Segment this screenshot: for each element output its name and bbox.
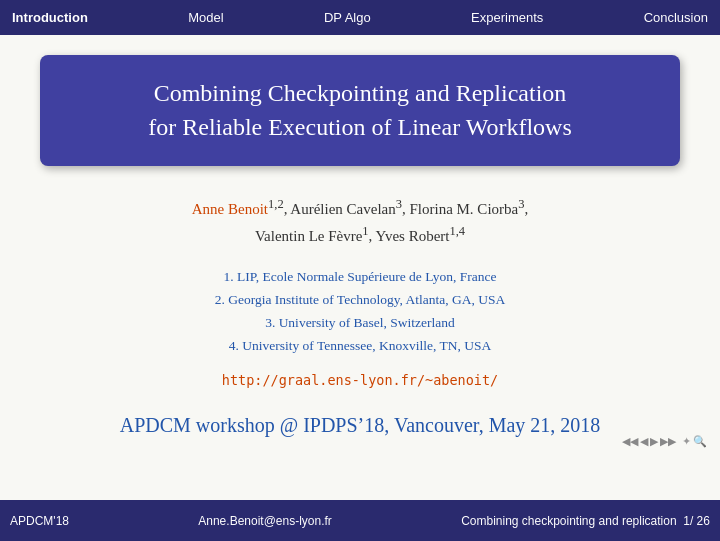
title-line2: for Reliable Execution of Linear Workflo… — [148, 114, 572, 140]
authors-section: Anne Benoit1,2, Aurélien Cavelan3, Flori… — [192, 194, 528, 248]
affil-1: 1. LIP, Ecole Normale Supérieure de Lyon… — [215, 266, 506, 289]
top-nav-bar: Introduction Model DP Algo Experiments C… — [0, 0, 720, 35]
slide-number: 1/ 26 — [683, 514, 710, 528]
presentation-title: Combining Checkpointing and Replication … — [70, 77, 650, 144]
workshop-info: APDCM workshop @ IPDPS’18, Vancouver, Ma… — [120, 414, 601, 437]
bottom-bar: APDCM'18 Anne.Benoit@ens-lyon.fr Combini… — [0, 500, 720, 541]
nav-icon-left-left[interactable]: ◀◀ — [622, 435, 638, 448]
nav-icon-right[interactable]: ▶ — [650, 435, 658, 448]
nav-item-introduction[interactable]: Introduction — [12, 10, 88, 25]
nav-item-model[interactable]: Model — [188, 10, 223, 25]
affil-2: 2. Georgia Institute of Technology, Atla… — [215, 289, 506, 312]
ciorba-affil: 3 — [518, 197, 524, 211]
title-line1: Combining Checkpointing and Replication — [154, 80, 567, 106]
author-line1: Anne Benoit1,2, Aurélien Cavelan3, Flori… — [192, 194, 528, 221]
website-url[interactable]: http://graal.ens-lyon.fr/~abenoit/ — [222, 372, 498, 388]
nav-item-conclusion[interactable]: Conclusion — [644, 10, 708, 25]
bottom-center-label: Anne.Benoit@ens-lyon.fr — [198, 514, 332, 528]
robert-affil: 1,4 — [449, 224, 465, 238]
affil-3: 3. University of Basel, Switzerland — [215, 312, 506, 335]
bottom-left-label: APDCM'18 — [10, 514, 69, 528]
title-box: Combining Checkpointing and Replication … — [40, 55, 680, 166]
affil-4: 4. University of Tennessee, Knoxville, T… — [215, 335, 506, 358]
lefevre-affil: 1 — [362, 224, 368, 238]
nav-icon-search[interactable]: 🔍 — [693, 435, 707, 448]
nav-item-dp-algo[interactable]: DP Algo — [324, 10, 371, 25]
affiliations-section: 1. LIP, Ecole Normale Supérieure de Lyon… — [215, 266, 506, 358]
nav-icon-right-right[interactable]: ▶▶ — [660, 435, 676, 448]
nav-icon-star[interactable]: ✦ — [682, 435, 691, 448]
author-line2: Valentin Le Fèvre1, Yves Robert1,4 — [192, 221, 528, 248]
bottom-right-title: Combining checkpointing and replication — [461, 514, 676, 528]
first-author-affil: 1,2 — [268, 197, 284, 211]
nav-item-experiments[interactable]: Experiments — [471, 10, 543, 25]
main-content: Combining Checkpointing and Replication … — [0, 35, 720, 500]
first-author: Anne Benoit — [192, 201, 268, 217]
bottom-right-info: Combining checkpointing and replication … — [461, 514, 710, 528]
nav-icon-left[interactable]: ◀ — [640, 435, 648, 448]
cavelan-affil: 3 — [396, 197, 402, 211]
